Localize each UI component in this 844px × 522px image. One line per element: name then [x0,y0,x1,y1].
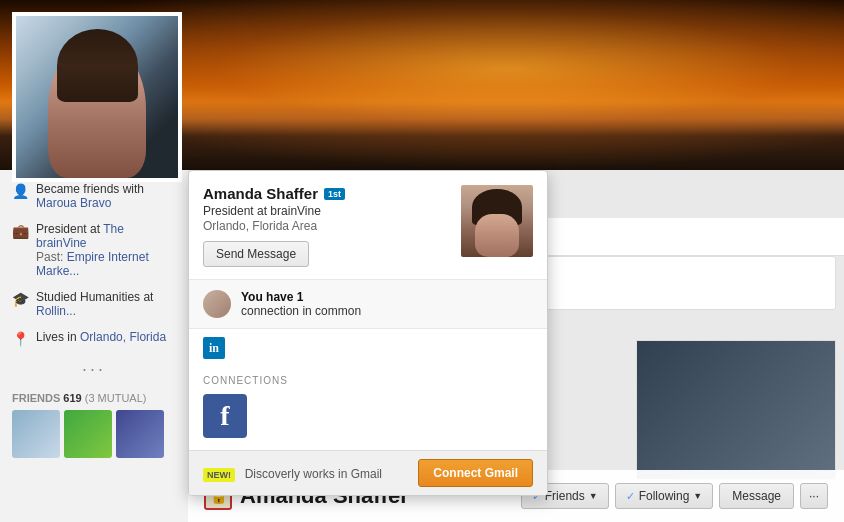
sidebar-link-rollin[interactable]: Rollin... [36,304,76,318]
popup-location: Orlando, Florida Area [203,219,449,233]
people-icon: 👤 [12,183,28,199]
connections-label: CONNECTIONS [203,375,533,386]
friend-thumb-1[interactable] [12,410,60,458]
friends-caret-icon: ▼ [589,491,598,501]
more-options-button[interactable]: ··· [800,483,828,509]
location-icon: 📍 [12,331,28,347]
sidebar-link-orlando[interactable]: Orlando, Florida [80,330,166,344]
message-button[interactable]: Message [719,483,794,509]
sidebar-item-work: 💼 President at The brainVinePast: Empire… [12,222,176,278]
facebook-icon: f [203,394,247,438]
work-icon: 💼 [12,223,28,239]
footer-gmail-text: Discoverly works in Gmail [245,467,382,481]
following-button[interactable]: ✓ Following ▼ [615,483,714,509]
friends-mutual: (3 Mutual) [85,392,147,404]
profile-picture-image [16,16,178,178]
following-caret-icon: ▼ [693,491,702,501]
new-badge: NEW! [203,468,235,482]
left-sidebar: 👤 Became friends with Maroua Bravo 💼 Pre… [0,170,188,522]
sidebar-item-education: 🎓 Studied Humanities at Rollin... [12,290,176,318]
sidebar-item-location: 📍 Lives in Orlando, Florida [12,330,176,347]
popup-info: Amanda Shaffer 1st President at brainVin… [203,185,449,267]
sidebar-more-button[interactable]: ··· [12,359,176,380]
connection-avatar [203,290,231,318]
linkedin-popup-card: Amanda Shaffer 1st President at brainVin… [188,170,548,496]
post-image [636,340,836,480]
send-message-button[interactable]: Send Message [203,241,309,267]
friend-thumb-2[interactable] [64,410,112,458]
sidebar-item-friends: 👤 Became friends with Maroua Bravo [12,182,176,210]
linkedin-logo: in [203,337,225,359]
popup-connection-badge: 1st [324,188,345,200]
popup-footer: NEW! Discoverly works in Gmail Connect G… [189,450,547,495]
connection-text: You have 1 connection in common [241,290,361,318]
profile-picture [12,12,182,182]
popup-avatar [461,185,533,257]
friends-section: FRIENDS 619 (3 Mutual) [12,392,176,458]
friends-thumbnails [12,410,176,458]
popup-footer-left: NEW! Discoverly works in Gmail [203,466,382,481]
friends-count: 619 [63,392,81,404]
sidebar-link-maroua[interactable]: Maroua Bravo [36,196,111,210]
sidebar-link-brainvine[interactable]: The brainVine [36,222,124,250]
popup-linkedin-bar: in [189,328,547,367]
popup-title: President at brainVine [203,204,449,218]
popup-header: Amanda Shaffer 1st President at brainVin… [189,171,547,279]
popup-connections-section: CONNECTIONS f [189,367,547,450]
connect-gmail-button[interactable]: Connect Gmail [418,459,533,487]
profile-actions: ✓ Friends ▼ ✓ Following ▼ Message ··· [521,483,828,509]
popup-avatar-image [461,185,533,257]
following-checkmark-icon: ✓ [626,490,635,503]
friend-thumb-3[interactable] [116,410,164,458]
sidebar-link-empire[interactable]: Empire Internet Marke... [36,250,149,278]
education-icon: 🎓 [12,291,28,307]
popup-connection-bar: You have 1 connection in common [189,280,547,328]
popup-name: Amanda Shaffer 1st [203,185,449,202]
